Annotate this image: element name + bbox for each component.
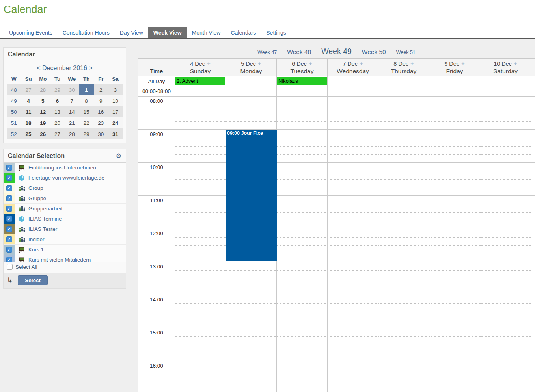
- mini-day-cell[interactable]: 27: [21, 84, 36, 95]
- grid-cell[interactable]: [429, 229, 480, 262]
- mini-week-number[interactable]: 51: [7, 117, 21, 128]
- mini-day-cell[interactable]: 16: [94, 106, 108, 117]
- mini-day-cell[interactable]: 29: [79, 128, 94, 139]
- grid-cell[interactable]: [480, 130, 531, 163]
- mini-day-cell[interactable]: 5: [36, 95, 50, 106]
- grid-cell[interactable]: [378, 328, 429, 361]
- grid-cell[interactable]: [378, 262, 429, 295]
- early-hours-cell[interactable]: [328, 86, 378, 97]
- mini-day-cell[interactable]: 2: [94, 84, 108, 95]
- all-day-cell[interactable]: [378, 76, 429, 86]
- mini-day-cell[interactable]: 26: [36, 128, 50, 139]
- grid-cell[interactable]: [277, 262, 328, 295]
- grid-cell[interactable]: [277, 130, 328, 163]
- grid-cell[interactable]: [429, 97, 480, 130]
- mini-day-cell[interactable]: 11: [21, 106, 36, 117]
- grid-cell[interactable]: [175, 262, 226, 295]
- grid-cell[interactable]: [175, 229, 226, 262]
- mini-day-cell[interactable]: 13: [50, 106, 65, 117]
- calendar-checkbox[interactable]: ✓: [6, 195, 12, 201]
- mini-day-cell[interactable]: 10: [108, 95, 123, 106]
- mini-day-cell[interactable]: 3: [108, 84, 123, 95]
- grid-cell[interactable]: [277, 196, 328, 229]
- tab-calendars[interactable]: Calendars: [226, 27, 261, 38]
- early-hours-cell[interactable]: [378, 86, 429, 97]
- grid-cell[interactable]: [429, 163, 480, 196]
- grid-cell[interactable]: [429, 361, 480, 392]
- mini-day-cell[interactable]: 30: [65, 84, 79, 95]
- grid-cell[interactable]: [480, 262, 531, 295]
- calendar-checkbox[interactable]: ✓: [6, 257, 12, 262]
- grid-cell[interactable]: [328, 130, 378, 163]
- month-nav-link[interactable]: < December 2016 >: [7, 63, 123, 74]
- grid-cell[interactable]: [378, 229, 429, 262]
- all-day-cell[interactable]: Nikolaus: [277, 76, 328, 86]
- grid-cell[interactable]: [175, 295, 226, 328]
- all-day-event[interactable]: 2. Advent: [175, 77, 225, 85]
- grid-cell[interactable]: [480, 229, 531, 262]
- grid-cell[interactable]: [175, 328, 226, 361]
- grid-cell[interactable]: [175, 130, 226, 163]
- grid-cell[interactable]: [277, 328, 328, 361]
- grid-cell[interactable]: [378, 97, 429, 130]
- calendar-checkbox[interactable]: ✓: [6, 206, 12, 212]
- select-all-checkbox[interactable]: [7, 264, 13, 270]
- mini-day-cell[interactable]: 24: [108, 117, 123, 128]
- grid-cell[interactable]: [328, 361, 378, 392]
- calendar-item-label[interactable]: Group: [28, 185, 43, 191]
- add-appointment-icon[interactable]: +: [258, 60, 261, 67]
- mini-day-cell[interactable]: 25: [21, 128, 36, 139]
- grid-cell[interactable]: [175, 97, 226, 130]
- early-hours-cell[interactable]: [175, 86, 226, 97]
- all-day-cell[interactable]: [429, 76, 480, 86]
- mini-day-cell[interactable]: 20: [50, 117, 65, 128]
- grid-cell[interactable]: [277, 229, 328, 262]
- calendar-checkbox[interactable]: ✓: [6, 175, 12, 181]
- grid-cell[interactable]: [226, 361, 277, 392]
- week-nav-week-50[interactable]: Week 50: [362, 48, 386, 56]
- calendar-checkbox[interactable]: ✓: [6, 226, 12, 232]
- mini-day-cell[interactable]: 31: [108, 128, 123, 139]
- grid-cell[interactable]: [277, 361, 328, 392]
- all-day-cell[interactable]: [328, 76, 378, 86]
- mini-day-cell[interactable]: 27: [50, 128, 65, 139]
- grid-cell[interactable]: [480, 328, 531, 361]
- tab-week-view[interactable]: Week View: [148, 27, 187, 38]
- mini-day-cell[interactable]: 9: [94, 95, 108, 106]
- grid-cell[interactable]: [480, 97, 531, 130]
- calendar-item-label[interactable]: Kurs 1: [28, 247, 44, 253]
- mini-day-cell[interactable]: 15: [79, 106, 94, 117]
- week-nav-week-47[interactable]: Week 47: [257, 50, 277, 55]
- mini-day-cell[interactable]: 28: [65, 128, 79, 139]
- tab-month-view[interactable]: Month View: [187, 27, 226, 38]
- mini-day-cell[interactable]: 30: [94, 128, 108, 139]
- mini-day-cell[interactable]: 22: [79, 117, 94, 128]
- early-hours-cell[interactable]: [226, 86, 277, 97]
- grid-cell[interactable]: [429, 328, 480, 361]
- grid-cell[interactable]: [277, 163, 328, 196]
- add-appointment-icon[interactable]: +: [360, 60, 363, 67]
- timed-event[interactable]: 09:00 Jour Fixe: [226, 130, 277, 261]
- calendar-checkbox[interactable]: ✓: [6, 236, 12, 242]
- all-day-cell[interactable]: [480, 76, 531, 86]
- add-appointment-icon[interactable]: +: [207, 60, 211, 67]
- early-hours-cell[interactable]: [480, 86, 531, 97]
- tab-consultation-hours[interactable]: Consultation Hours: [58, 27, 115, 38]
- grid-cell[interactable]: [328, 229, 378, 262]
- mini-week-number[interactable]: 50: [7, 106, 21, 117]
- mini-day-cell[interactable]: 1: [79, 84, 94, 95]
- all-day-cell[interactable]: 2. Advent: [175, 76, 226, 86]
- calendar-item-label[interactable]: Insider: [28, 236, 45, 242]
- grid-cell[interactable]: [226, 295, 277, 328]
- mini-day-cell[interactable]: 17: [108, 106, 123, 117]
- grid-cell[interactable]: [226, 262, 277, 295]
- grid-cell[interactable]: [480, 163, 531, 196]
- early-hours-cell[interactable]: [429, 86, 480, 97]
- grid-cell[interactable]: [328, 262, 378, 295]
- grid-cell[interactable]: [328, 97, 378, 130]
- calendar-item-label[interactable]: ILIAS Tester: [28, 226, 57, 232]
- add-appointment-icon[interactable]: +: [514, 60, 517, 67]
- calendar-checkbox[interactable]: ✓: [6, 185, 12, 191]
- grid-cell[interactable]: [429, 130, 480, 163]
- calendar-checkbox[interactable]: ✓: [6, 216, 12, 222]
